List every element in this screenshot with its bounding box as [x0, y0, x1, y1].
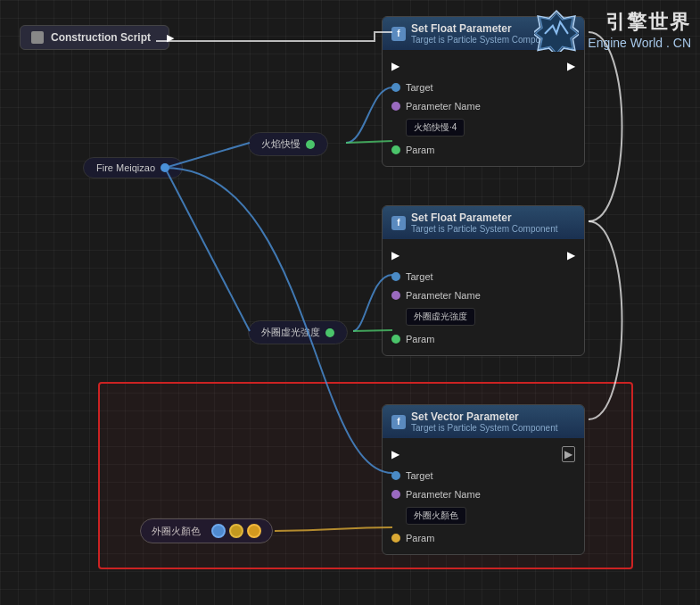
set-float-2-body: ▶ ▶ Target Parameter Name 外圈虛光強度 Param: [383, 239, 584, 355]
watermark-line1: 引擎世界: [605, 9, 691, 36]
wai-quan-xu-guang-label: 外圈虛光強度: [261, 326, 320, 339]
exec-in-3[interactable]: ▶: [391, 448, 399, 460]
svg-rect-0: [33, 33, 42, 42]
wai-quan-xu-guang-node[interactable]: 外圈虛光強度: [248, 320, 348, 344]
set-vector-body: ▶ ▶ Target Parameter Name 外圈火顏色 Param: [383, 438, 584, 554]
set-vector-title: Set Vector Parameter: [411, 410, 558, 423]
watermark-text: 引擎世界 Engine World . CN: [588, 9, 691, 50]
exec-row-1: ▶ ▶: [383, 55, 584, 77]
construction-script-icon: [31, 31, 44, 44]
fire-meiqizao-label: Fire Meiqizao: [96, 162, 155, 173]
set-float-2-subtitle: Target is Particle System Component: [411, 224, 558, 234]
param-name-row-3: Parameter Name 外圈火顏色: [383, 486, 584, 527]
param-name-value-2[interactable]: 外圈虛光強度: [406, 308, 475, 326]
exec-row-2: ▶ ▶: [383, 244, 584, 266]
fire-meiqizao-pin[interactable]: [161, 163, 169, 172]
target-row-1: Target: [383, 77, 584, 98]
target-pin-3[interactable]: [391, 471, 400, 480]
set-vector-parameter-node: f Set Vector Parameter Target is Particl…: [382, 404, 585, 555]
construction-script-label: Construction Script: [51, 31, 151, 44]
exec-in-2[interactable]: ▶: [391, 249, 399, 261]
construction-script-node: Construction Script ▶: [20, 25, 169, 50]
target-label-3: Target: [406, 470, 433, 481]
param-row-1: Param: [383, 139, 584, 161]
exec-out-1[interactable]: ▶: [567, 60, 575, 72]
fire-meiqizao-node[interactable]: Fire Meiqizao: [83, 157, 183, 178]
set-float-parameter-node-2: f Set Float Parameter Target is Particle…: [382, 205, 585, 356]
target-pin-2[interactable]: [391, 272, 400, 281]
param-name-pin-1[interactable]: [391, 102, 400, 111]
func-icon-3: f: [391, 415, 406, 429]
param-pin-3[interactable]: [391, 534, 400, 543]
exec-out-2[interactable]: ▶: [567, 249, 575, 261]
huo-yan-kuai-man-label: 火焰快慢: [261, 137, 301, 151]
watermark-logo-icon: [534, 7, 579, 52]
param-name-value-1[interactable]: 火焰快慢·4: [406, 119, 465, 137]
param-name-row-2: Parameter Name 外圈虛光強度: [383, 287, 584, 328]
set-vector-header: f Set Vector Parameter Target is Particl…: [383, 405, 584, 438]
wai-quan-xu-guang-pin[interactable]: [325, 328, 334, 337]
param-label-3: Param: [406, 533, 434, 543]
exec-row-3: ▶ ▶: [383, 443, 584, 465]
param-name-row-1: Parameter Name 火焰快慢·4: [383, 98, 584, 139]
param-row-2: Param: [383, 328, 584, 350]
watermark: 引擎世界 Engine World . CN: [534, 7, 691, 52]
huo-yan-pin[interactable]: [306, 140, 315, 149]
param-name-label-3: Parameter Name: [406, 489, 481, 500]
param-label-2: Param: [406, 334, 434, 344]
param-name-label-1: Parameter Name: [406, 101, 481, 112]
target-row-2: Target: [383, 266, 584, 287]
set-vector-subtitle: Target is Particle System Component: [411, 423, 558, 433]
exec-in-1[interactable]: ▶: [391, 60, 399, 72]
target-label-2: Target: [406, 271, 433, 282]
func-icon-1: f: [391, 27, 406, 41]
param-name-pin-2[interactable]: [391, 291, 400, 300]
param-name-value-3[interactable]: 外圈火顏色: [406, 507, 466, 525]
param-row-3: Param: [383, 527, 584, 549]
watermark-line2: Engine World . CN: [588, 36, 691, 50]
param-name-pin-3[interactable]: [391, 490, 400, 499]
target-pin-1[interactable]: [391, 83, 400, 92]
target-label-1: Target: [406, 82, 433, 93]
param-label-1: Param: [406, 145, 434, 155]
exec-out-3[interactable]: ▶: [562, 446, 575, 462]
huo-yan-kuai-man-node[interactable]: 火焰快慢: [248, 132, 328, 156]
param-pin-2[interactable]: [391, 335, 400, 344]
param-name-label-2: Parameter Name: [406, 290, 481, 301]
set-float-2-title: Set Float Parameter: [411, 211, 558, 224]
param-pin-1[interactable]: [391, 145, 400, 154]
set-float-2-header: f Set Float Parameter Target is Particle…: [383, 206, 584, 239]
set-float-1-body: ▶ ▶ Target Parameter Name 火焰快慢·4 Param: [383, 50, 584, 166]
func-icon-2: f: [391, 216, 406, 230]
target-row-3: Target: [383, 465, 584, 486]
